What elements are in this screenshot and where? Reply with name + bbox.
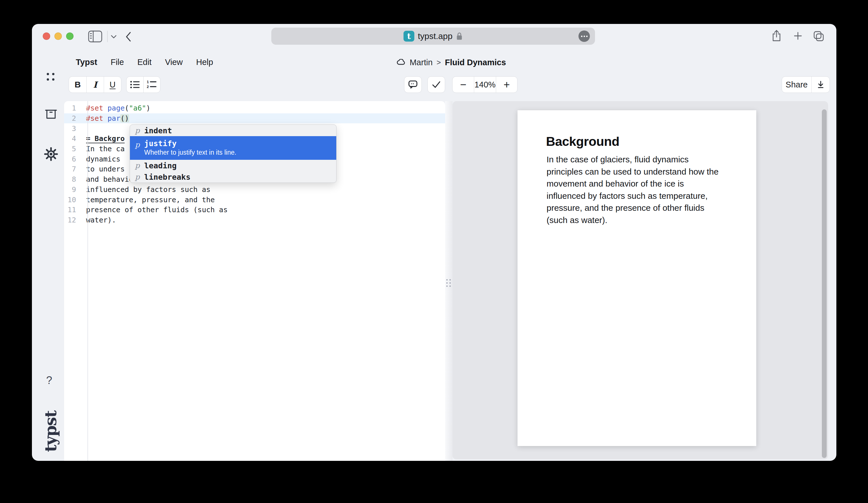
lock-icon	[456, 32, 463, 40]
line-number: 9	[64, 186, 82, 194]
autocomplete-label: indent	[144, 126, 172, 135]
preview-heading: Background	[546, 134, 620, 149]
autocomplete-item-indent[interactable]: pindent	[130, 125, 336, 136]
app-grid-icon[interactable]	[47, 73, 54, 81]
autocomplete-item-leading[interactable]: pleading	[130, 160, 336, 171]
line-number: 7	[64, 165, 82, 173]
breadcrumb-separator: >	[436, 58, 441, 67]
param-kind-icon: p	[134, 172, 140, 181]
autocomplete-item-text: justifyWhether to justify text in its li…	[144, 139, 236, 156]
preview-body-line: movement and behavior of the ice is	[547, 178, 719, 190]
numbered-list-button[interactable]: 12	[143, 77, 160, 93]
autocomplete-popup: pindentpjustifyWhether to justify text i…	[130, 125, 337, 183]
page-settings-icon[interactable]	[578, 31, 590, 42]
preview-body-line: In the case of glaciers, fluid dynamics	[547, 154, 719, 166]
line-number: 5	[64, 145, 82, 153]
code-line[interactable]: 9influenced by factors such as	[64, 185, 445, 195]
new-tab-icon[interactable]	[793, 31, 803, 42]
gutter-separator	[87, 101, 88, 461]
menu-item-help[interactable]: Help	[196, 57, 213, 67]
list-style-group: 12	[126, 76, 161, 93]
browser-window: t typst.app TypstFileEditViewHelp Martin…	[32, 24, 836, 461]
bold-button[interactable]: B	[69, 77, 86, 93]
code-text: presence of other fluids (such as	[82, 206, 228, 214]
minimize-window-button[interactable]	[54, 32, 62, 40]
code-line[interactable]: 12water).	[64, 215, 445, 225]
autocomplete-item-text: leading	[144, 161, 177, 170]
line-number: 8	[64, 175, 82, 184]
share-page-icon[interactable]	[772, 30, 781, 43]
line-number: 2	[64, 114, 82, 123]
back-button[interactable]	[125, 31, 132, 43]
menu-item-edit[interactable]: Edit	[137, 57, 152, 67]
zoom-out-button[interactable]: −	[453, 77, 474, 93]
app-menubar: TypstFileEditViewHelp	[76, 57, 213, 67]
svg-text:2: 2	[147, 85, 149, 89]
preview-page: Background In the case of glaciers, flui…	[517, 110, 756, 446]
preview-scrollbar[interactable]	[822, 109, 827, 458]
download-button[interactable]	[811, 77, 829, 93]
autocomplete-label: linebreaks	[144, 172, 190, 181]
preview-body-line: principles can be used to understand how…	[547, 166, 719, 178]
settings-gear-icon[interactable]	[44, 147, 58, 163]
files-tray-icon[interactable]	[44, 109, 58, 121]
bullet-list-button[interactable]	[126, 77, 143, 93]
line-number: 3	[64, 125, 82, 133]
preview-body: In the case of glaciers, fluid dynamicsp…	[547, 154, 719, 227]
sidebar-toggle-icon[interactable]	[88, 30, 103, 44]
code-line[interactable]: 2#set par()	[64, 113, 445, 124]
document-title[interactable]: Fluid Dynamics	[445, 58, 506, 67]
line-number: 1	[64, 104, 82, 112]
splitter-drag-handle[interactable]	[446, 279, 451, 287]
url-text: typst.app	[418, 31, 453, 41]
line-number: 10	[64, 196, 82, 204]
menu-item-view[interactable]: View	[165, 57, 183, 67]
italic-button[interactable]: I	[86, 77, 104, 93]
menu-item-typst[interactable]: Typst	[76, 57, 97, 67]
preview-body-line: (such as water).	[547, 214, 719, 227]
line-number: 4	[64, 134, 82, 143]
comment-button[interactable]	[404, 76, 422, 93]
cloud-sync-icon	[396, 58, 405, 67]
autocomplete-label: justify	[144, 139, 236, 148]
site-favicon: t	[403, 31, 414, 42]
code-line[interactable]: 10temperature, pressure, and the	[64, 195, 445, 205]
chrome-divider	[107, 31, 108, 42]
code-line[interactable]: 11presence of other fluids (such as	[64, 205, 445, 215]
code-text: In the ca	[82, 145, 125, 153]
close-window-button[interactable]	[43, 32, 50, 40]
line-number: 12	[64, 216, 82, 224]
zoom-level[interactable]: 140%	[474, 77, 496, 93]
param-kind-icon: p	[134, 140, 140, 149]
help-button[interactable]: ?	[46, 374, 52, 387]
code-text: to unders	[82, 165, 125, 173]
text-style-group: B I U	[69, 76, 121, 93]
chevron-down-icon[interactable]	[111, 35, 117, 40]
breadcrumb: Martin > Fluid Dynamics	[396, 58, 506, 67]
preview-body-line: influenced by factors such as temperatur…	[547, 190, 719, 202]
autocomplete-item-justify[interactable]: pjustifyWhether to justify text in its l…	[130, 136, 336, 160]
code-text: #set par()	[82, 114, 129, 123]
param-kind-icon: p	[134, 126, 140, 135]
menu-item-file[interactable]: File	[111, 57, 124, 67]
typst-logo: typst	[42, 408, 59, 455]
code-text: #set page("a6")	[82, 104, 151, 112]
code-line[interactable]: 1#set page("a6")	[64, 103, 445, 113]
autocomplete-label: leading	[144, 161, 177, 170]
tab-overview-icon[interactable]	[813, 31, 824, 43]
code-text: temperature, pressure, and the	[82, 196, 215, 204]
fullscreen-window-button[interactable]	[66, 32, 73, 40]
autocomplete-item-linebreaks[interactable]: plinebreaks	[130, 171, 336, 182]
zoom-in-button[interactable]: +	[496, 77, 517, 93]
line-number: 11	[64, 206, 82, 214]
spellcheck-button[interactable]	[427, 76, 445, 93]
preview-pane: Background In the case of glaciers, flui…	[453, 101, 828, 459]
address-bar[interactable]: t typst.app	[271, 28, 595, 45]
zoom-group: − 140% +	[452, 76, 517, 93]
window-controls	[43, 32, 73, 40]
underline-button[interactable]: U	[104, 77, 121, 93]
breadcrumb-workspace[interactable]: Martin	[410, 58, 433, 67]
code-text: influenced by factors such as	[82, 186, 210, 194]
share-document-button[interactable]: Share	[782, 77, 811, 93]
line-number: 6	[64, 155, 82, 163]
